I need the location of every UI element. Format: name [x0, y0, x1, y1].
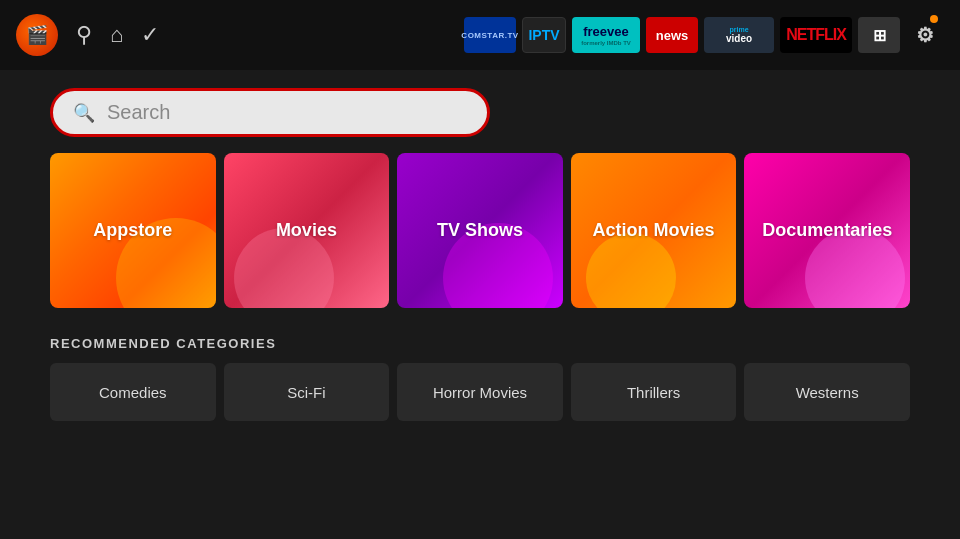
- appstore-label: Appstore: [93, 220, 172, 241]
- search-bar[interactable]: 🔍 Search: [50, 88, 490, 137]
- action-movies-label: Action Movies: [593, 220, 715, 241]
- comstar-label: COMSTAR.TV: [461, 31, 518, 40]
- apps-grid-badge[interactable]: ⊞: [858, 17, 900, 53]
- home-icon[interactable]: ⌂: [110, 22, 123, 48]
- rec-item-horror[interactable]: Horror Movies: [397, 363, 563, 421]
- category-action-movies[interactable]: Action Movies: [571, 153, 737, 308]
- channel-badges: COMSTAR.TV IPTV freevee formerly IMDb TV…: [464, 17, 944, 53]
- netflix-badge[interactable]: NETFLIX: [780, 17, 852, 53]
- settings-notification-dot: [930, 15, 938, 23]
- search-section: 🔍 Search: [0, 70, 960, 153]
- bookmark-icon[interactable]: ✓: [141, 22, 159, 48]
- apps-grid-icon: ⊞: [873, 26, 886, 45]
- documentaries-label: Documentaries: [762, 220, 892, 241]
- iptv-label: IPTV: [528, 27, 559, 43]
- netflix-label: NETFLIX: [786, 26, 846, 44]
- prime-badge[interactable]: prime video: [704, 17, 774, 53]
- rec-item-comedies[interactable]: Comedies: [50, 363, 216, 421]
- freevee-main-label: freevee: [583, 24, 629, 39]
- scifi-label: Sci-Fi: [287, 384, 325, 401]
- news-label: news: [656, 28, 689, 43]
- recommended-section: RECOMMENDED CATEGORIES Comedies Sci-Fi H…: [0, 336, 960, 421]
- nav-left-group: 🎬 ⚲ ⌂ ✓: [16, 14, 159, 56]
- thrillers-label: Thrillers: [627, 384, 680, 401]
- rec-item-westerns[interactable]: Westerns: [744, 363, 910, 421]
- recommended-title: RECOMMENDED CATEGORIES: [50, 336, 910, 351]
- recommended-list: Comedies Sci-Fi Horror Movies Thrillers …: [50, 363, 910, 421]
- category-appstore[interactable]: Appstore: [50, 153, 216, 308]
- comedies-label: Comedies: [99, 384, 167, 401]
- settings-badge[interactable]: ⚙: [906, 17, 944, 53]
- news-badge[interactable]: news: [646, 17, 698, 53]
- freevee-sub-label: formerly IMDb TV: [581, 40, 631, 46]
- horror-label: Horror Movies: [433, 384, 527, 401]
- category-movies[interactable]: Movies: [224, 153, 390, 308]
- search-input[interactable]: Search: [107, 101, 467, 124]
- category-tvshows[interactable]: TV Shows: [397, 153, 563, 308]
- prime-top-label: prime: [729, 26, 748, 33]
- gear-icon: ⚙: [916, 23, 934, 47]
- movies-label: Movies: [276, 220, 337, 241]
- avatar[interactable]: 🎬: [16, 14, 58, 56]
- categories-grid: Appstore Movies TV Shows Action Movies D…: [0, 153, 960, 308]
- top-navigation: 🎬 ⚲ ⌂ ✓ COMSTAR.TV IPTV freevee formerly…: [0, 0, 960, 70]
- search-icon: 🔍: [73, 102, 95, 124]
- comstar-badge[interactable]: COMSTAR.TV: [464, 17, 516, 53]
- tvshows-label: TV Shows: [437, 220, 523, 241]
- rec-item-thrillers[interactable]: Thrillers: [571, 363, 737, 421]
- rec-item-scifi[interactable]: Sci-Fi: [224, 363, 390, 421]
- search-nav-icon[interactable]: ⚲: [76, 22, 92, 48]
- freevee-badge[interactable]: freevee formerly IMDb TV: [572, 17, 640, 53]
- category-documentaries[interactable]: Documentaries: [744, 153, 910, 308]
- prime-bottom-label: video: [726, 33, 752, 44]
- westerns-label: Westerns: [796, 384, 859, 401]
- iptv-badge[interactable]: IPTV: [522, 17, 566, 53]
